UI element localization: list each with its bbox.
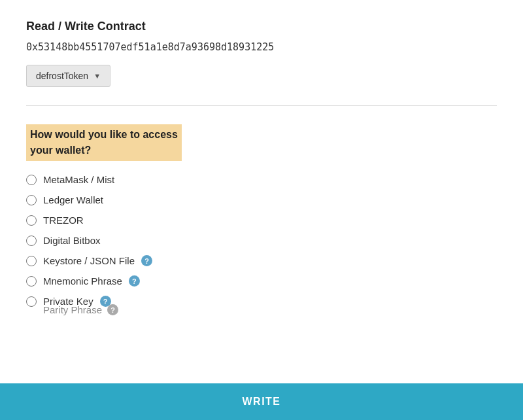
privatekey-radio[interactable]	[26, 296, 37, 307]
parity-help-icon[interactable]: ?	[107, 304, 118, 315]
wallet-question: How would you like to access your wallet…	[26, 124, 182, 161]
chevron-down-icon: ▼	[93, 72, 101, 80]
keystore-help-icon[interactable]: ?	[141, 255, 152, 266]
mnemonic-label[interactable]: Mnemonic Phrase	[43, 275, 122, 287]
page-title: Read / Write Contract	[26, 20, 497, 33]
trezor-label[interactable]: TREZOR	[43, 215, 84, 226]
parity-phrase-label: Parity Phrase	[43, 304, 102, 315]
main-content: Read / Write Contract 0x53148bb4551707ed…	[0, 0, 523, 383]
list-item: Ledger Wallet	[26, 194, 497, 205]
metamask-radio[interactable]	[26, 175, 37, 185]
wallet-options-list: MetaMask / Mist Ledger Wallet TREZOR Dig…	[26, 174, 497, 307]
digitalbitbox-radio[interactable]	[26, 236, 37, 246]
keystore-radio[interactable]	[26, 256, 37, 266]
mnemonic-radio[interactable]	[26, 276, 37, 287]
write-button[interactable]: WRITE	[0, 383, 523, 420]
list-item: TREZOR	[26, 215, 497, 226]
dropdown-label: defrostToken	[36, 71, 88, 81]
defrost-token-dropdown[interactable]: defrostToken ▼	[26, 65, 110, 87]
section-divider	[26, 105, 497, 106]
list-item: Digital Bitbox	[26, 235, 497, 246]
mnemonic-help-icon[interactable]: ?	[129, 275, 140, 287]
list-item: MetaMask / Mist	[26, 174, 497, 185]
digitalbitbox-label[interactable]: Digital Bitbox	[43, 235, 101, 246]
list-item: Keystore / JSON File ?	[26, 255, 497, 266]
contract-address: 0x53148bb4551707edf51a1e8d7a93698d189312…	[26, 41, 497, 53]
ledger-radio[interactable]	[26, 195, 37, 205]
ledger-label[interactable]: Ledger Wallet	[43, 194, 103, 205]
keystore-label[interactable]: Keystore / JSON File	[43, 255, 135, 266]
list-item: Mnemonic Phrase ?	[26, 275, 497, 287]
trezor-radio[interactable]	[26, 215, 37, 226]
metamask-label[interactable]: MetaMask / Mist	[43, 174, 114, 185]
